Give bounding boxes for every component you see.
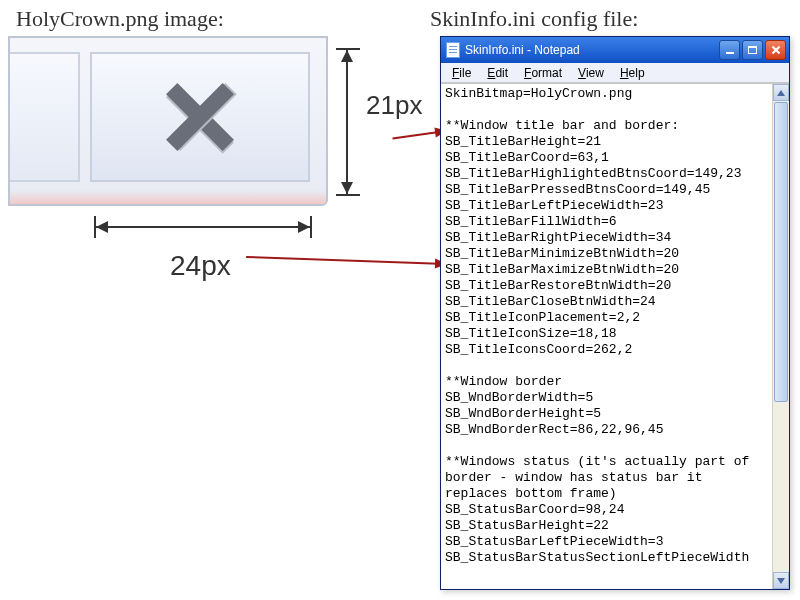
scroll-down-button[interactable] xyxy=(773,572,789,589)
vertical-scrollbar[interactable] xyxy=(772,84,789,589)
menu-help[interactable]: Help xyxy=(613,65,652,81)
callout-arrow-width xyxy=(246,256,446,265)
menu-file[interactable]: File xyxy=(445,65,478,81)
menu-view[interactable]: View xyxy=(571,65,611,81)
callout-arrow-height xyxy=(392,130,446,139)
skin-bitmap-preview xyxy=(8,36,348,231)
chevron-down-icon xyxy=(777,578,785,584)
dimension-horizontal xyxy=(88,214,318,244)
scrollbar-thumb[interactable] xyxy=(774,102,788,402)
menu-edit[interactable]: Edit xyxy=(480,65,515,81)
minimize-icon xyxy=(726,52,734,54)
notepad-window: SkinInfo.ini - Notepad File Edit Format … xyxy=(440,36,790,590)
left-image-label: HolyCrown.png image: xyxy=(16,6,224,32)
editor-textarea[interactable]: SkinBitmap=HolyCrown.png **Window title … xyxy=(441,84,772,589)
dimension-width-label: 24px xyxy=(170,250,231,282)
menubar: File Edit Format View Help xyxy=(441,63,789,83)
close-button[interactable] xyxy=(765,40,786,60)
maximize-icon xyxy=(748,46,757,54)
minimize-button[interactable] xyxy=(719,40,740,60)
skin-close-button-tile xyxy=(90,52,310,182)
skin-preview-frame xyxy=(8,36,328,206)
chevron-up-icon xyxy=(777,90,785,96)
menu-format[interactable]: Format xyxy=(517,65,569,81)
notepad-file-icon xyxy=(446,42,460,58)
titlebar[interactable]: SkinInfo.ini - Notepad xyxy=(441,37,789,63)
skin-bottom-glow xyxy=(10,190,326,204)
scroll-up-button[interactable] xyxy=(773,84,789,101)
right-config-label: SkinInfo.ini config file: xyxy=(430,6,638,32)
window-title: SkinInfo.ini - Notepad xyxy=(465,43,719,57)
dimension-height-label: 21px xyxy=(366,90,422,121)
skin-left-piece xyxy=(10,52,80,182)
maximize-button[interactable] xyxy=(742,40,763,60)
close-icon xyxy=(771,45,781,55)
close-x-icon xyxy=(165,82,235,152)
